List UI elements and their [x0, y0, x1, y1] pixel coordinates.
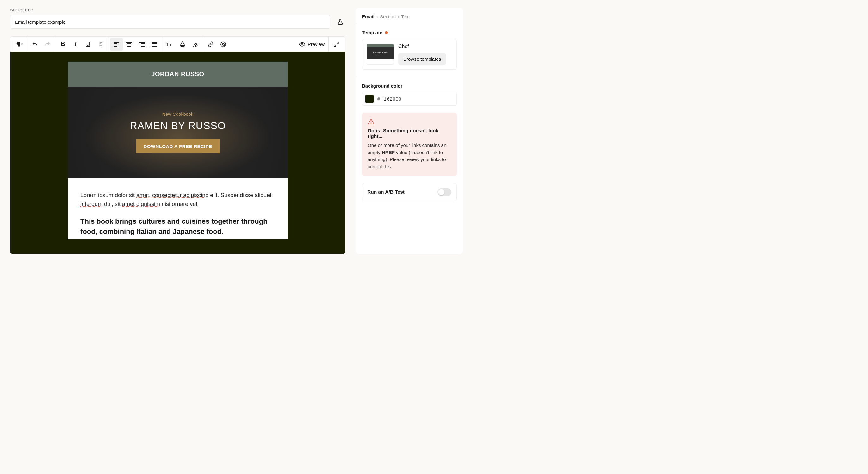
hero-cta-button[interactable]: DOWNLOAD A FREE RECIPE [136, 139, 220, 153]
ab-test-toggle[interactable] [437, 188, 452, 196]
email-content: JORDAN RUSSO New Cookbook RAMEN BY RUSSO… [68, 62, 288, 239]
breadcrumb: Email › Section › Text [362, 14, 457, 24]
align-right-icon [139, 42, 145, 47]
sidebar-panel: Email › Section › Text Template RAMEN BY… [355, 8, 463, 254]
subject-line-label: Subject Line [10, 8, 345, 12]
preview-label: Preview [308, 41, 324, 47]
template-section-label: Template [362, 30, 457, 35]
template-thumbnail[interactable]: RAMEN BY RUSSO [367, 44, 394, 64]
text-size-icon: TT [166, 42, 173, 47]
underline-button[interactable]: U [82, 38, 95, 51]
align-left-button[interactable] [110, 38, 123, 51]
text-color-button[interactable] [176, 38, 189, 51]
align-right-button[interactable] [135, 38, 148, 51]
align-justify-button[interactable] [148, 38, 161, 51]
subject-line-input[interactable] [10, 15, 330, 29]
preview-button[interactable]: Preview [297, 41, 327, 47]
align-center-icon [126, 42, 132, 47]
color-swatch[interactable] [365, 95, 374, 103]
eye-icon [299, 42, 305, 47]
bold-button[interactable]: B [57, 38, 69, 51]
email-paragraph: Lorem ipsum dolor sit amet, consectetur … [80, 191, 275, 209]
underline-icon: U [86, 41, 90, 48]
strikethrough-icon: S [99, 41, 102, 48]
color-hash: # [377, 96, 380, 101]
redo-icon [44, 41, 50, 47]
template-card: RAMEN BY RUSSO Chef Browse templates [362, 39, 457, 69]
template-indicator-dot [385, 31, 388, 34]
toggle-knob [438, 189, 444, 195]
ab-test-icon-button[interactable] [335, 17, 345, 27]
undo-icon [32, 41, 38, 47]
flask-icon [337, 18, 344, 25]
email-hero: New Cookbook RAMEN BY RUSSO DOWNLOAD A F… [68, 87, 288, 178]
crumb-email[interactable]: Email [362, 14, 375, 19]
svg-text:T: T [166, 42, 169, 47]
highlighter-icon [192, 41, 198, 47]
droplet-icon [180, 41, 185, 47]
ab-test-row: Run an A/B Test [362, 183, 457, 201]
svg-text:T: T [170, 43, 172, 47]
link-icon [208, 41, 214, 47]
strikethrough-button[interactable]: S [95, 38, 107, 51]
hero-eyebrow: New Cookbook [162, 112, 194, 117]
chevron-right-icon: › [398, 14, 399, 19]
link-button[interactable] [204, 38, 217, 51]
email-bold-paragraph: This book brings cultures and cuisines t… [80, 216, 275, 237]
paragraph-style-dropdown[interactable] [13, 38, 26, 51]
template-name: Chef [398, 44, 452, 49]
mention-button[interactable] [217, 38, 230, 51]
browse-templates-button[interactable]: Browse templates [398, 53, 446, 65]
chevron-right-icon: › [376, 14, 378, 19]
ab-test-label: Run an A/B Test [367, 189, 405, 195]
highlight-button[interactable] [189, 38, 202, 51]
editor-toolbar: B I U S [10, 36, 345, 52]
warning-icon [368, 118, 451, 125]
bold-icon: B [61, 41, 65, 48]
email-canvas[interactable]: JORDAN RUSSO New Cookbook RAMEN BY RUSSO… [10, 52, 345, 254]
fullscreen-button[interactable] [330, 38, 343, 51]
email-header-name: JORDAN RUSSO [68, 62, 288, 87]
align-center-button[interactable] [123, 38, 135, 51]
alert-text: One or more of your links contains an em… [368, 142, 451, 170]
italic-icon: I [74, 41, 76, 48]
alert-box: Oops! Something doesn't look right... On… [362, 113, 457, 176]
crumb-text[interactable]: Text [401, 14, 410, 19]
background-color-input[interactable]: # 162000 [362, 92, 457, 106]
expand-icon [333, 41, 339, 47]
italic-button[interactable]: I [69, 38, 82, 51]
crumb-section[interactable]: Section [380, 14, 396, 19]
svg-point-21 [371, 123, 371, 123]
alert-title: Oops! Something doesn't look right... [368, 128, 451, 139]
align-left-icon [114, 42, 119, 47]
text-size-button[interactable]: TT [163, 38, 176, 51]
redo-button[interactable] [41, 38, 54, 51]
color-hex-value: 162000 [384, 96, 401, 101]
undo-button[interactable] [28, 38, 41, 51]
hero-title: RAMEN BY RUSSO [130, 120, 225, 131]
align-justify-icon [152, 42, 157, 47]
svg-point-18 [222, 43, 224, 45]
svg-point-19 [301, 43, 303, 45]
at-icon [220, 41, 226, 48]
background-color-label: Background color [362, 83, 457, 89]
